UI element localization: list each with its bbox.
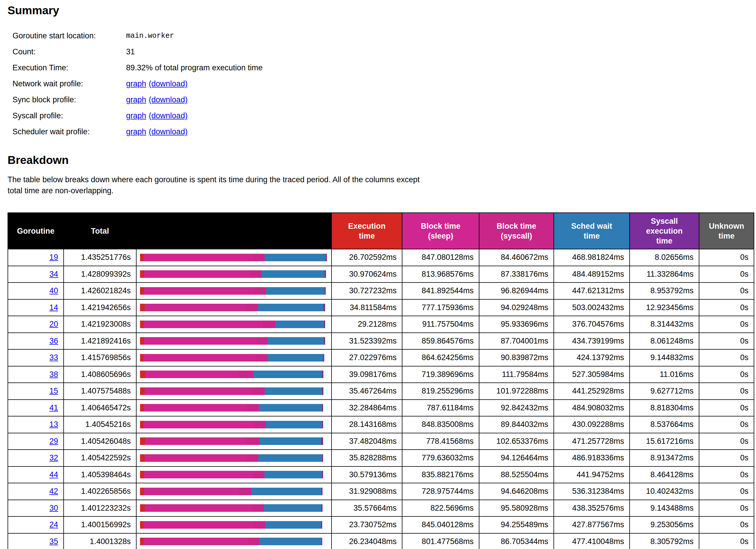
goroutine-id-cell: 34: [8, 266, 64, 283]
goroutine-breakdown-table: Goroutine Total Executiontime Block time…: [8, 212, 754, 549]
syscall-bar-segment: [246, 437, 260, 445]
goroutine-link[interactable]: 41: [49, 403, 58, 412]
header-block-time-sleep: Block time(sleep): [402, 213, 479, 249]
syscall-bar-segment: [251, 387, 265, 395]
goroutine-link[interactable]: 30: [49, 504, 58, 512]
goroutine-link[interactable]: 13: [49, 420, 58, 429]
syscall-exec-bar-segment: [322, 471, 323, 478]
header-block-time-syscall: Block time(syscall): [479, 213, 554, 249]
total-time-cell: 1.401223232s: [64, 500, 136, 517]
syscall-execution-time-cell: 9.253056ms: [630, 516, 699, 533]
goroutine-id-cell: 42: [8, 483, 64, 500]
block-time-sleep-cell: 801.477568ms: [402, 533, 479, 549]
header-execution-time: Executiontime: [332, 213, 402, 249]
summary-table: Goroutine start location: main.worker Co…: [12, 28, 748, 140]
sched-wait-time-cell: 424.13792ms: [554, 349, 630, 366]
goroutine-link[interactable]: 14: [49, 303, 58, 312]
table-row: 381.408605696s39.098176ms719.389696ms111…: [8, 366, 754, 383]
summary-label-network-wait-profile: Network wait profile:: [12, 76, 126, 92]
syscall-bar-segment: [254, 254, 265, 261]
syscall-execution-time-cell: 8.913472ms: [630, 450, 699, 466]
network-wait-download-link[interactable]: (download): [149, 79, 188, 88]
block-time-syscall-cell: 94.126464ms: [479, 450, 554, 466]
total-time-cell: 1.435251776s: [64, 249, 136, 266]
summary-label-scheduler-wait-profile: Scheduler wait profile:: [12, 124, 126, 140]
execution-time-cell: 26.234048ms: [332, 533, 402, 549]
goroutine-link[interactable]: 32: [49, 453, 58, 462]
goroutine-link[interactable]: 19: [49, 253, 58, 262]
total-time-cell: 1.4001328s: [64, 533, 136, 549]
total-time-cell: 1.406465472s: [64, 400, 136, 416]
syscall-exec-bar-segment: [322, 404, 323, 412]
goroutine-link[interactable]: 38: [49, 370, 58, 379]
block-time-sleep-cell: 777.175936ms: [402, 299, 479, 316]
sleep-bar-segment: [144, 321, 262, 328]
goroutine-id-cell: 13: [8, 416, 64, 433]
total-time-cell: 1.421942656s: [64, 299, 136, 316]
syscall-execution-time-cell: 9.143488ms: [630, 500, 699, 517]
syscall-bar-segment: [246, 454, 258, 462]
summary-label-sync-block-profile: Sync block profile:: [12, 92, 126, 108]
summary-value-count: 31: [126, 44, 748, 60]
exec-bar-segment: [140, 304, 145, 311]
syscall-execution-time-cell: 8.818304ms: [630, 400, 699, 416]
breakdown-heading: Breakdown: [8, 154, 748, 167]
sync-block-graph-link[interactable]: graph: [126, 95, 146, 104]
table-row: 401.426021824s30.727232ms841.892544ms96.…: [8, 282, 754, 299]
goroutine-link[interactable]: 20: [49, 320, 58, 328]
table-row: 131.40545216s28.143168ms848.835008ms89.8…: [8, 416, 754, 433]
sleep-bar-segment: [145, 437, 246, 445]
execution-time-cell: 30.579136ms: [332, 466, 402, 483]
syscall-download-link[interactable]: (download): [149, 111, 188, 120]
goroutine-link[interactable]: 15: [49, 387, 58, 395]
syscall-graph-link[interactable]: graph: [126, 111, 146, 120]
goroutine-link[interactable]: 42: [49, 487, 58, 496]
sched-bar-segment: [251, 488, 321, 495]
time-breakdown-bar: [140, 437, 331, 445]
total-time-cell: 1.415769856s: [64, 349, 136, 366]
syscall-exec-bar-segment: [322, 421, 323, 428]
goroutine-link[interactable]: 40: [49, 286, 58, 295]
total-time-cell: 1.407575488s: [64, 383, 136, 400]
goroutine-link[interactable]: 34: [49, 270, 58, 278]
execution-time-cell: 28.143168ms: [332, 416, 402, 433]
goroutine-link[interactable]: 24: [49, 520, 58, 529]
execution-time-cell: 23.730752ms: [332, 516, 402, 533]
sleep-bar-segment: [144, 538, 248, 545]
sleep-bar-segment: [144, 471, 253, 478]
goroutine-link[interactable]: 36: [49, 337, 58, 345]
summary-value-scheduler-wait-profile: graph (download): [126, 124, 748, 140]
time-breakdown-bar: [140, 421, 331, 428]
scheduler-wait-graph-link[interactable]: graph: [126, 127, 146, 136]
goroutine-id-cell: 40: [8, 282, 64, 299]
sched-wait-time-cell: 438.352576ms: [554, 500, 630, 517]
syscall-bar-segment: [253, 471, 264, 478]
syscall-exec-bar-segment: [324, 321, 325, 328]
goroutine-link[interactable]: 33: [49, 353, 58, 362]
time-breakdown-bar: [140, 471, 331, 478]
time-breakdown-bar: [140, 371, 331, 378]
block-time-syscall-cell: 87.704001ms: [479, 333, 554, 350]
scheduler-wait-download-link[interactable]: (download): [149, 127, 188, 136]
syscall-bar-segment: [252, 504, 264, 512]
summary-label-syscall-profile: Syscall profile:: [12, 108, 126, 124]
network-wait-graph-link[interactable]: graph: [126, 79, 146, 88]
unknown-time-cell: 0s: [699, 266, 754, 283]
syscall-exec-bar-segment: [322, 387, 323, 395]
unknown-time-cell: 0s: [699, 383, 754, 400]
goroutine-link[interactable]: 29: [49, 437, 58, 446]
block-time-syscall-cell: 88.525504ms: [479, 466, 554, 483]
syscall-exec-bar-segment: [322, 454, 323, 462]
summary-heading: Summary: [8, 4, 748, 17]
goroutine-link[interactable]: 44: [49, 470, 58, 479]
sleep-bar-segment: [145, 304, 246, 311]
block-time-sleep-cell: 841.892544ms: [402, 282, 479, 299]
execution-time-cell: 26.702592ms: [332, 249, 402, 266]
goroutine-id-cell: 30: [8, 500, 64, 517]
sched-bar-segment: [266, 421, 322, 428]
sched-bar-segment: [264, 471, 322, 478]
block-time-sleep-cell: 911.757504ms: [402, 316, 479, 333]
goroutine-link[interactable]: 35: [49, 537, 58, 546]
block-time-syscall-cell: 101.972288ms: [479, 383, 554, 400]
sync-block-download-link[interactable]: (download): [149, 95, 188, 104]
